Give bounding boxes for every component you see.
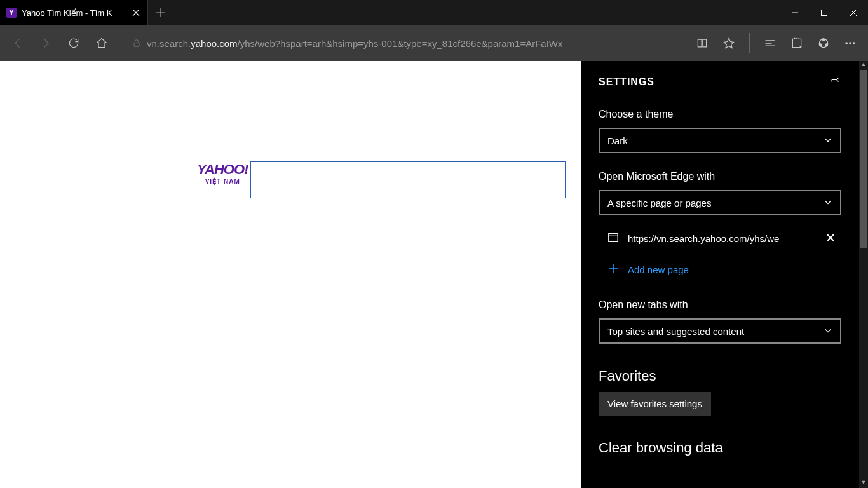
back-button[interactable]: [5, 30, 31, 56]
yahoo-logo[interactable]: YAHOO! VIỆT NAM: [197, 161, 248, 185]
url-domain: yahoo.com: [191, 38, 237, 49]
chevron-down-icon: [824, 135, 832, 146]
plus-icon: [607, 263, 619, 276]
svg-point-5: [819, 44, 821, 46]
toolbar-separator: [121, 34, 121, 53]
scrollbar-thumb[interactable]: [860, 70, 867, 248]
minimize-button[interactable]: [780, 0, 810, 25]
browser-tab[interactable]: Y Yahoo Tìm Kiếm - Tìm K: [0, 0, 148, 25]
settings-scrollbar[interactable]: ▲ ▼: [859, 61, 868, 488]
add-new-page-button[interactable]: Add new page: [599, 258, 841, 281]
yahoo-logo-main: YAHOO!: [197, 161, 248, 178]
hub-button[interactable]: [757, 30, 783, 56]
theme-value: Dark: [607, 135, 628, 146]
open-with-label: Open Microsoft Edge with: [599, 171, 841, 182]
svg-point-7: [846, 43, 848, 44]
favorites-heading: Favorites: [599, 368, 841, 384]
share-button[interactable]: [811, 30, 836, 56]
svg-point-8: [850, 43, 851, 44]
yahoo-logo-sub: VIỆT NAM: [205, 178, 240, 185]
scroll-down-arrow[interactable]: ▼: [859, 479, 868, 488]
refresh-button[interactable]: [61, 30, 86, 56]
startup-page-entry[interactable]: https://vn.search.yahoo.com/yhs/we: [599, 227, 841, 250]
tab-title: Yahoo Tìm Kiếm - Tìm K: [22, 8, 125, 18]
new-tabs-value: Top sites and suggested content: [607, 326, 744, 337]
settings-title: SETTINGS: [599, 76, 654, 88]
url-path: /yhs/web?hspart=arh&hsimp=yhs-001&type=x…: [238, 38, 563, 49]
title-bar: Y Yahoo Tìm Kiếm - Tìm K: [0, 0, 868, 25]
svg-rect-0: [822, 10, 827, 16]
window-controls: [780, 0, 868, 25]
add-new-page-label: Add new page: [628, 264, 689, 275]
settings-header: SETTINGS: [599, 75, 841, 88]
maximize-button[interactable]: [810, 0, 839, 25]
new-tabs-select[interactable]: Top sites and suggested content: [599, 318, 841, 344]
clear-data-heading: Clear browsing data: [599, 440, 841, 456]
toolbar-right: [689, 30, 863, 56]
new-tab-button[interactable]: [148, 0, 173, 25]
yahoo-search-area: YAHOO! VIỆT NAM: [197, 161, 566, 198]
chevron-down-icon: [824, 198, 832, 208]
reading-view-button[interactable]: [689, 30, 715, 56]
open-with-value: A specific page or pages: [607, 198, 711, 208]
address-bar[interactable]: vn.search.yahoo.com/yhs/web?hspart=arh&h…: [128, 30, 687, 56]
url-prefix: vn.search.: [147, 38, 191, 49]
address-text: vn.search.yahoo.com/yhs/web?hspart=arh&h…: [147, 38, 563, 49]
theme-select[interactable]: Dark: [599, 128, 841, 153]
home-button[interactable]: [89, 30, 114, 56]
svg-point-6: [825, 44, 827, 46]
view-favorites-settings-button[interactable]: View favorites settings: [599, 392, 711, 416]
browser-toolbar: vn.search.yahoo.com/yhs/web?hspart=arh&h…: [0, 25, 868, 61]
theme-label: Choose a theme: [599, 109, 841, 120]
open-with-select[interactable]: A specific page or pages: [599, 190, 841, 215]
svg-point-9: [853, 43, 855, 44]
tab-favicon: Y: [6, 8, 17, 18]
remove-page-button[interactable]: [826, 233, 835, 244]
search-input[interactable]: [250, 161, 566, 198]
settings-panel: SETTINGS Choose a theme Dark Open Micros…: [581, 61, 859, 488]
svg-point-4: [822, 39, 824, 41]
startup-page-url: https://vn.search.yahoo.com/yhs/we: [628, 233, 817, 244]
close-window-button[interactable]: [839, 0, 868, 25]
pin-button[interactable]: [830, 75, 841, 88]
toolbar-separator: [749, 33, 750, 53]
new-tabs-label: Open new tabs with: [599, 299, 841, 311]
page-icon: [607, 232, 619, 245]
forward-button[interactable]: [33, 30, 58, 56]
scroll-up-arrow[interactable]: ▲: [859, 61, 868, 70]
tab-close-button[interactable]: [130, 6, 142, 19]
favorite-button[interactable]: [716, 30, 742, 56]
lock-icon: [132, 38, 142, 48]
chevron-down-icon: [824, 326, 832, 337]
svg-rect-10: [609, 234, 618, 242]
svg-rect-1: [134, 43, 139, 46]
more-button[interactable]: [837, 30, 863, 56]
notes-button[interactable]: [784, 30, 810, 56]
